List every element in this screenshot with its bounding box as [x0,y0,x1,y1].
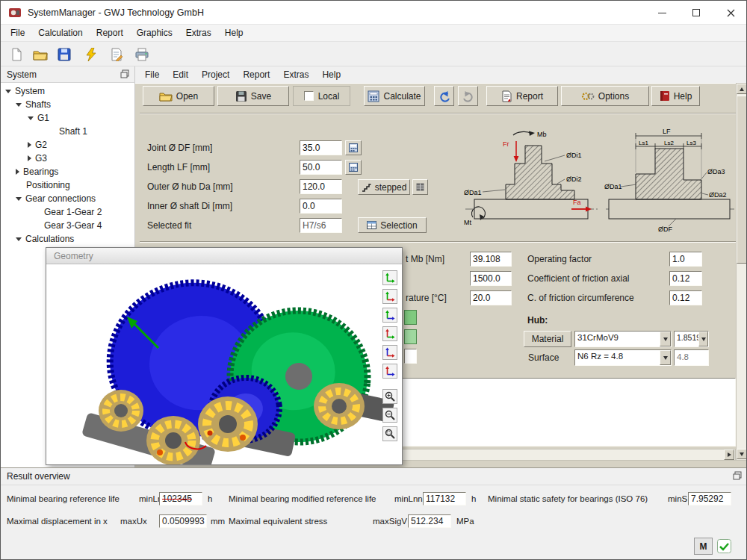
calc-menu-file[interactable]: File [138,66,166,83]
print-button[interactable] [132,45,152,64]
chevron-right-icon[interactable] [28,155,31,161]
float-panel-icon[interactable] [733,471,742,480]
close-button[interactable] [713,1,747,25]
axis-icon [385,273,395,283]
tree-item-gear-connections[interactable]: Gear connections [1,192,132,205]
torque-input[interactable] [470,252,512,267]
hub-material-button[interactable]: Material [524,331,571,347]
stepped-edit-button[interactable] [412,179,428,195]
new-button[interactable] [7,45,26,64]
menu-report[interactable]: Report [90,25,130,41]
joint-diameter-input[interactable] [300,140,342,155]
tree-item-gear1-gear2[interactable]: Gear 1-Gear 2 [1,205,132,219]
friction-circumference-input[interactable] [669,290,702,305]
axis-view-button-2[interactable] [382,289,397,304]
hub-material-combo[interactable]: 31CrMoV9 [574,331,672,347]
menu-graphics[interactable]: Graphics [130,25,179,41]
menu-help[interactable]: Help [218,25,250,41]
joint-diameter-label: Joint Ø DF [mm] [147,143,212,153]
tree-item-bearings[interactable]: Bearings [1,165,132,178]
axis-view-button-5[interactable] [382,345,397,360]
axis-view-button-4[interactable] [382,326,397,341]
calc-menu-extras[interactable]: Extras [276,66,315,83]
joint-calc-button[interactable] [345,140,362,155]
calculate-toolbar-button[interactable] [81,45,101,64]
step-profile-icon [362,183,371,192]
tree-item-g2[interactable]: G2 [1,138,132,152]
tree-label: Shafts [25,99,51,110]
calc-menu-edit[interactable]: Edit [166,66,195,83]
combo-arrow-button[interactable] [698,332,708,346]
tree-item-shaft-1[interactable]: Shaft 1 [1,125,132,138]
maximize-button[interactable] [679,1,713,25]
tree-item-g3[interactable]: G3 [1,152,132,165]
menu-file[interactable]: File [4,25,31,41]
geometry-titlebar[interactable] [46,248,402,264]
scroll-right-button[interactable] [724,449,734,460]
save-file-button[interactable] [55,45,74,64]
options-gears-icon [581,90,595,102]
chevron-right-icon[interactable] [28,142,31,148]
speed-input[interactable] [470,271,512,286]
redo-button[interactable] [458,86,478,106]
report-button[interactable]: Report [486,86,558,106]
undo-button[interactable] [434,86,454,106]
tree-item-calculations[interactable]: Calculations [1,232,132,246]
length-input[interactable] [300,160,342,175]
chevron-down-icon[interactable] [28,116,34,120]
fit-selection-button[interactable]: Selection [358,217,427,233]
save-button[interactable]: Save [217,86,289,106]
outer-diameter-input[interactable] [300,179,342,194]
menu-extras[interactable]: Extras [179,25,218,41]
result-panel-title: Result overview [7,471,70,482]
temperature-input[interactable] [470,290,512,305]
help-button[interactable]: Help [651,86,700,106]
chevron-down-icon[interactable] [16,237,22,241]
scroll-down-button[interactable] [737,449,747,459]
combo-arrow-button[interactable] [660,350,671,365]
tree-item-gear3-gear4[interactable]: Gear 3-Gear 4 [1,219,132,232]
calc-menu-help[interactable]: Help [315,66,347,83]
chevron-right-icon[interactable] [16,169,19,175]
tree-item-system[interactable]: System [1,84,132,98]
scroll-up-button[interactable] [737,84,747,94]
axis-view-button-6[interactable] [382,364,397,379]
chevron-down-icon [701,337,706,341]
hub-material-number-combo[interactable]: 1.8519 [674,331,709,347]
chevron-down-icon[interactable] [5,90,11,93]
open-button[interactable]: Open [143,86,214,106]
float-panel-icon[interactable] [120,69,129,78]
tree-item-positioning[interactable]: Positioning [1,178,132,192]
chevron-down-icon[interactable] [16,103,22,107]
combo-arrow-button[interactable] [660,332,671,346]
axis-view-button-3[interactable] [382,308,397,323]
zoom-window-button[interactable] [382,426,397,441]
zoom-in-button[interactable] [382,389,397,404]
tree-item-shafts[interactable]: Shafts [1,98,132,111]
minimize-button[interactable] [645,1,679,25]
length-calc-button[interactable] [345,160,362,175]
inner-diameter-input[interactable] [300,199,342,214]
friction-axial-input[interactable] [669,271,702,286]
mode-button[interactable]: M [694,538,713,555]
selected-fit-input[interactable] [300,218,342,233]
open-file-button[interactable] [31,45,50,64]
options-button[interactable]: Options [561,86,649,106]
local-checkbox-group[interactable]: Local [293,86,350,106]
stepped-button[interactable]: stepped [358,179,410,195]
hub-surface-combo[interactable]: N6 Rz = 4.8 [574,349,672,366]
vertical-scroll-thumb[interactable] [737,96,747,264]
gear-3d-view[interactable] [46,264,402,464]
chevron-down-icon[interactable] [16,197,22,201]
local-checkbox[interactable] [304,91,314,101]
zoom-out-button[interactable] [382,408,397,423]
report-toolbar-button[interactable] [107,45,126,64]
geometry-window[interactable]: Geometry [46,247,403,465]
menu-calculation[interactable]: Calculation [31,25,89,41]
calc-menu-project[interactable]: Project [195,66,236,83]
calculate-button[interactable]: Calculate [364,86,425,106]
operating-factor-input[interactable] [669,252,702,267]
axis-view-button-1[interactable] [382,270,397,285]
tree-item-g1[interactable]: G1 [1,111,132,125]
calc-menu-report[interactable]: Report [236,66,276,83]
